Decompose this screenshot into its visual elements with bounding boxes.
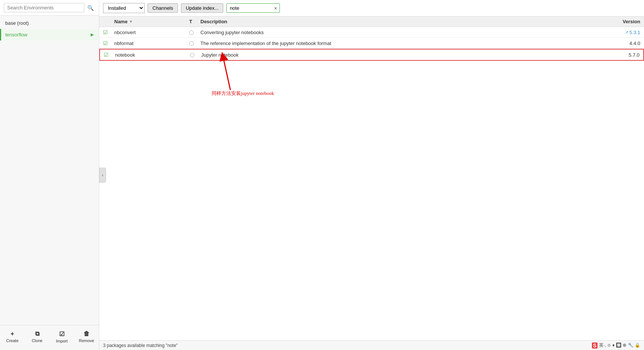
header-version-label: Version	[623, 19, 640, 24]
toolbar: Installed Not Installed All Channels Upd…	[99, 0, 644, 17]
taskbar-text: 英·, ⊙ ♦ 🔲 ⊕ 🔧 🔒	[599, 342, 640, 348]
header-desc-label: Description	[200, 19, 227, 24]
version-link-nbconvert[interactable]: ↗ 5.3.1	[603, 30, 640, 35]
create-icon: +	[10, 330, 14, 337]
search-environments-input[interactable]	[4, 3, 84, 12]
version-val-nbformat: 4.4.0	[629, 41, 640, 46]
sort-icon: ▼	[129, 20, 133, 24]
env-item-base[interactable]: base (root)	[0, 17, 99, 29]
table-row[interactable]: ☑ notebook Jupyter notebook 5.7.0	[99, 49, 644, 61]
row-desc-nbformat: The reference implementation of the jupy…	[200, 41, 603, 46]
pkg-desc-notebook: Jupyter notebook	[201, 52, 239, 58]
version-val-nbconvert: 5.3.1	[629, 30, 640, 35]
search-bar: 🔍	[0, 0, 99, 16]
main-content: Installed Not Installed All Channels Upd…	[99, 0, 644, 350]
import-label: Import	[56, 339, 67, 343]
table-header: Name ▼ T Description Version	[99, 17, 644, 27]
channels-label: Channels	[152, 5, 173, 11]
taskbar-icons: S 英·, ⊙ ♦ 🔲 ⊕ 🔧 🔒	[592, 342, 640, 348]
remove-label: Remove	[79, 338, 94, 343]
environment-list: base (root) tensorflow ▶	[0, 16, 99, 325]
collapse-handle[interactable]: ‹	[99, 168, 106, 183]
row-check-nbformat[interactable]: ☑	[103, 40, 114, 46]
import-button[interactable]: ☑ Import	[49, 328, 74, 345]
header-name[interactable]: Name ▼	[114, 19, 189, 24]
env-item-tensorflow[interactable]: tensorflow ▶	[0, 29, 99, 41]
table-row[interactable]: ☑ nbconvert Converting jupyter notebooks…	[99, 27, 644, 38]
channels-button[interactable]: Channels	[148, 3, 178, 13]
import-icon: ☑	[59, 330, 64, 338]
check-icon-nbformat: ☑	[103, 40, 108, 46]
row-name-nbformat: nbformat	[114, 41, 189, 46]
clear-icon: ×	[274, 5, 277, 11]
row-desc-nbconvert: Converting jupyter notebooks	[200, 30, 603, 35]
check-icon-notebook: ☑	[104, 52, 109, 58]
taskbar-s-icon: S	[592, 342, 598, 348]
row-name-nbconvert: nbconvert	[114, 30, 189, 35]
status-circle-nbconvert	[189, 30, 194, 35]
sidebar-actions: + Create ⧉ Clone ☑ Import 🗑 Remove	[0, 325, 99, 350]
row-check-notebook[interactable]: ☑	[104, 52, 115, 58]
clone-icon: ⧉	[35, 330, 39, 337]
pkg-desc-nbconvert: Converting jupyter notebooks	[200, 30, 264, 35]
row-desc-notebook: Jupyter notebook	[201, 52, 602, 58]
row-version-notebook: 5.7.0	[602, 52, 640, 58]
status-message: 3 packages available matching "note"	[103, 343, 178, 348]
table-row[interactable]: ☑ nbformat The reference implementation …	[99, 38, 644, 49]
create-button[interactable]: + Create	[0, 328, 25, 345]
row-type-nbconvert	[189, 30, 200, 35]
create-label: Create	[6, 338, 18, 343]
env-label-base: base (root)	[5, 20, 29, 26]
version-val-notebook: 5.7.0	[629, 52, 640, 58]
package-search-input[interactable]	[227, 4, 272, 12]
env-label-tensorflow: tensorflow	[5, 32, 27, 38]
row-check-nbconvert[interactable]: ☑	[103, 29, 114, 35]
pkg-name-nbconvert: nbconvert	[114, 30, 136, 35]
row-type-notebook	[190, 52, 201, 58]
update-index-button[interactable]: Update index...	[181, 3, 223, 13]
check-icon-nbconvert: ☑	[103, 29, 108, 35]
package-search-wrap: ×	[226, 3, 279, 13]
upgrade-icon-nbconvert: ↗	[625, 30, 628, 35]
search-button[interactable]: 🔍	[86, 4, 95, 12]
status-bar: 3 packages available matching "note" S 英…	[99, 340, 644, 350]
header-type-label: T	[189, 19, 192, 24]
pkg-name-nbformat: nbformat	[114, 41, 133, 46]
collapse-icon: ‹	[102, 173, 103, 178]
status-circle-notebook	[190, 53, 194, 57]
pkg-desc-nbformat: The reference implementation of the jupy…	[200, 41, 331, 46]
filter-select[interactable]: Installed Not Installed All	[103, 3, 145, 13]
row-type-nbformat	[189, 41, 200, 46]
status-circle-nbformat	[189, 41, 194, 46]
pkg-name-notebook: notebook	[115, 52, 135, 58]
row-name-notebook: notebook	[115, 52, 190, 58]
remove-button[interactable]: 🗑 Remove	[74, 328, 99, 345]
row-version-nbconvert: ↗ 5.3.1	[603, 30, 640, 35]
header-type: T	[189, 19, 200, 24]
row-version-nbformat: 4.4.0	[603, 41, 640, 46]
update-label: Update index...	[186, 5, 218, 11]
remove-icon: 🗑	[84, 330, 90, 337]
run-icon: ▶	[91, 32, 94, 37]
header-version: Version	[603, 19, 640, 24]
clear-search-button[interactable]: ×	[272, 5, 279, 12]
sidebar: 🔍 base (root) tensorflow ▶ + Create ⧉ Cl…	[0, 0, 99, 350]
header-name-label: Name	[114, 19, 127, 24]
clone-button[interactable]: ⧉ Clone	[25, 328, 49, 345]
clone-label: Clone	[32, 338, 43, 343]
header-description: Description	[200, 19, 603, 24]
package-table: Name ▼ T Description Version ☑	[99, 17, 644, 340]
